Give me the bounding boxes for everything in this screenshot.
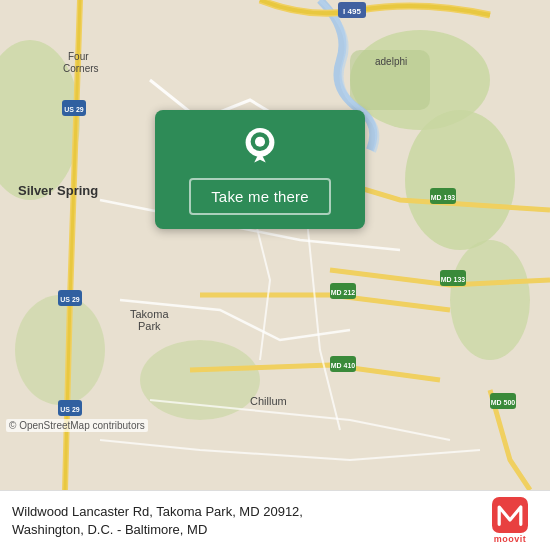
- svg-text:US 29: US 29: [60, 406, 80, 413]
- moovit-icon: [492, 497, 528, 533]
- svg-text:MD 212: MD 212: [331, 289, 356, 296]
- map-attribution: © OpenStreetMap contributors: [6, 419, 148, 432]
- svg-text:MD 133: MD 133: [441, 276, 466, 283]
- map-container: I 495 US 29 US 29 US 29 MD 193 MD 133 MD…: [0, 0, 550, 490]
- svg-text:MD 500: MD 500: [491, 399, 516, 406]
- svg-text:I 495: I 495: [343, 7, 361, 16]
- svg-point-6: [140, 340, 260, 420]
- svg-rect-36: [492, 497, 528, 533]
- svg-text:MD 193: MD 193: [431, 194, 456, 201]
- address-line2: Washington, D.C. - Baltimore, MD: [12, 522, 207, 537]
- svg-point-35: [255, 137, 265, 147]
- svg-text:adelphi: adelphi: [375, 56, 407, 67]
- svg-point-2: [405, 110, 515, 250]
- location-pin-icon: [242, 128, 278, 164]
- svg-text:MD 410: MD 410: [331, 362, 356, 369]
- svg-text:Takoma: Takoma: [130, 308, 169, 320]
- svg-text:US 29: US 29: [64, 106, 84, 113]
- address-display: Wildwood Lancaster Rd, Takoma Park, MD 2…: [12, 503, 472, 538]
- moovit-brand-text: moovit: [494, 534, 527, 544]
- svg-text:Four: Four: [68, 51, 89, 62]
- svg-text:Silver Spring: Silver Spring: [18, 183, 98, 198]
- svg-text:Park: Park: [138, 320, 161, 332]
- location-card: Take me there: [155, 110, 365, 229]
- svg-point-3: [450, 240, 530, 360]
- map-svg: I 495 US 29 US 29 US 29 MD 193 MD 133 MD…: [0, 0, 550, 490]
- bottom-bar: Wildwood Lancaster Rd, Takoma Park, MD 2…: [0, 490, 550, 550]
- address-line1: Wildwood Lancaster Rd, Takoma Park, MD 2…: [12, 504, 303, 519]
- svg-text:Chillum: Chillum: [250, 395, 287, 407]
- svg-text:Corners: Corners: [63, 63, 99, 74]
- svg-point-5: [15, 295, 105, 405]
- svg-text:US 29: US 29: [60, 296, 80, 303]
- take-me-there-button[interactable]: Take me there: [189, 178, 331, 215]
- moovit-logo[interactable]: moovit: [482, 497, 538, 544]
